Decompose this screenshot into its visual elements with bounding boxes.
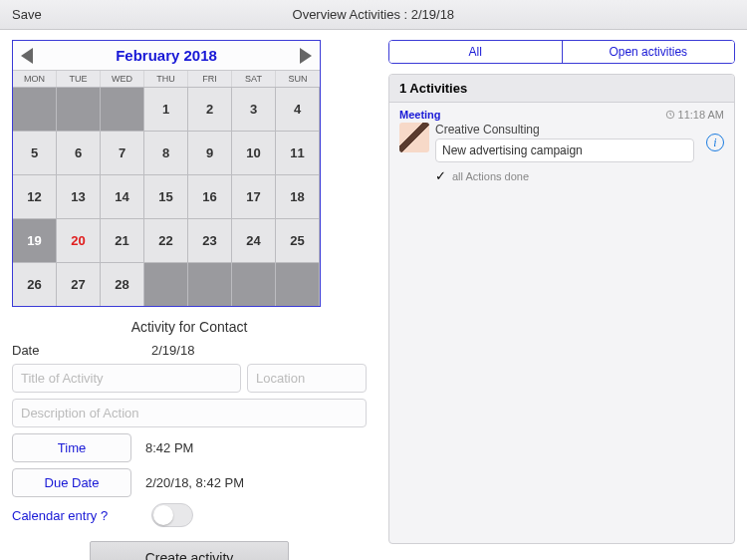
date-value: 2/19/18 [151, 343, 194, 358]
calendar: February 2018 MONTUEWEDTHUFRISATSUN 1234… [12, 40, 321, 307]
calendar-dow: MON [13, 71, 57, 87]
calendar-day[interactable]: 2 [188, 87, 232, 131]
due-date-value: 2/20/18, 8:42 PM [145, 475, 244, 490]
calendar-day[interactable]: 17 [232, 174, 276, 218]
location-input[interactable] [247, 364, 367, 393]
next-month-icon[interactable] [300, 48, 312, 64]
check-icon: ✓ [435, 168, 446, 183]
calendar-day[interactable]: 14 [101, 174, 144, 218]
prev-month-icon[interactable] [21, 48, 33, 64]
calendar-day[interactable]: 27 [57, 262, 101, 306]
tab-all[interactable]: All [389, 41, 562, 63]
calendar-dow: THU [144, 71, 188, 87]
calendar-day[interactable]: 19 [13, 218, 57, 262]
activity-subject[interactable]: New advertising campaign [435, 139, 694, 162]
calendar-day[interactable]: 26 [13, 262, 57, 306]
calendar-day[interactable]: 18 [276, 174, 320, 218]
description-input[interactable] [12, 399, 367, 427]
calendar-day[interactable]: 4 [276, 87, 320, 131]
calendar-blank [144, 262, 188, 306]
calendar-day[interactable]: 1 [144, 87, 188, 131]
calendar-day[interactable]: 7 [101, 131, 144, 174]
page-title: Overview Activities : 2/19/18 [42, 7, 705, 22]
activity-contact: Creative Consulting [435, 123, 694, 137]
calendar-dow: SAT [232, 71, 276, 87]
calendar-day[interactable]: 6 [57, 131, 101, 174]
calendar-day[interactable]: 13 [57, 174, 101, 218]
calendar-blank [101, 87, 144, 131]
create-activity-button[interactable]: Create activity [90, 541, 289, 560]
calendar-day[interactable]: 8 [144, 131, 188, 174]
calendar-day[interactable]: 16 [188, 174, 232, 218]
calendar-entry-label: Calendar entry ? [12, 508, 151, 523]
calendar-blank [232, 262, 276, 306]
time-value: 8:42 PM [145, 440, 193, 455]
info-icon[interactable]: i [706, 134, 724, 151]
activity-time: 11:18 AM [665, 109, 724, 121]
time-button[interactable]: Time [12, 433, 131, 462]
activities-count: 1 Activities [389, 75, 734, 103]
calendar-day[interactable]: 10 [232, 131, 276, 174]
calendar-dow: FRI [188, 71, 232, 87]
calendar-dow: TUE [57, 71, 101, 87]
calendar-day[interactable]: 5 [13, 131, 57, 174]
calendar-day[interactable]: 12 [13, 174, 57, 218]
form-heading: Activity for Contact [12, 319, 367, 335]
calendar-dow: WED [101, 71, 144, 87]
activity-done-label: all Actions done [452, 170, 529, 182]
due-date-button[interactable]: Due Date [12, 468, 131, 497]
calendar-day[interactable]: 21 [101, 218, 144, 262]
calendar-day[interactable]: 24 [232, 218, 276, 262]
clock-icon [665, 110, 675, 120]
activity-title-input[interactable] [12, 364, 241, 393]
activities-panel: 1 Activities Meeting 11:18 AM Creative C… [388, 74, 735, 544]
calendar-day[interactable]: 3 [232, 87, 276, 131]
calendar-day[interactable]: 22 [144, 218, 188, 262]
calendar-blank [188, 262, 232, 306]
calendar-dow: SUN [276, 71, 320, 87]
calendar-day[interactable]: 20 [57, 218, 101, 262]
calendar-day[interactable]: 28 [101, 262, 144, 306]
calendar-day[interactable]: 25 [276, 218, 320, 262]
calendar-blank [276, 262, 320, 306]
tab-open-activities[interactable]: Open activities [562, 41, 735, 63]
save-button[interactable]: Save [12, 7, 42, 22]
calendar-day[interactable]: 11 [276, 131, 320, 174]
calendar-day[interactable]: 15 [144, 174, 188, 218]
activity-type: Meeting [399, 109, 441, 121]
calendar-blank [13, 87, 57, 131]
calendar-entry-toggle[interactable] [151, 503, 193, 527]
calendar-blank [57, 87, 101, 131]
calendar-title: February 2018 [116, 47, 217, 64]
activity-item: Meeting 11:18 AM Creative Consulting New… [389, 103, 734, 191]
date-label: Date [12, 343, 151, 358]
calendar-day[interactable]: 9 [188, 131, 232, 174]
avatar [399, 123, 429, 152]
activity-tabs: All Open activities [388, 40, 735, 64]
calendar-day[interactable]: 23 [188, 218, 232, 262]
